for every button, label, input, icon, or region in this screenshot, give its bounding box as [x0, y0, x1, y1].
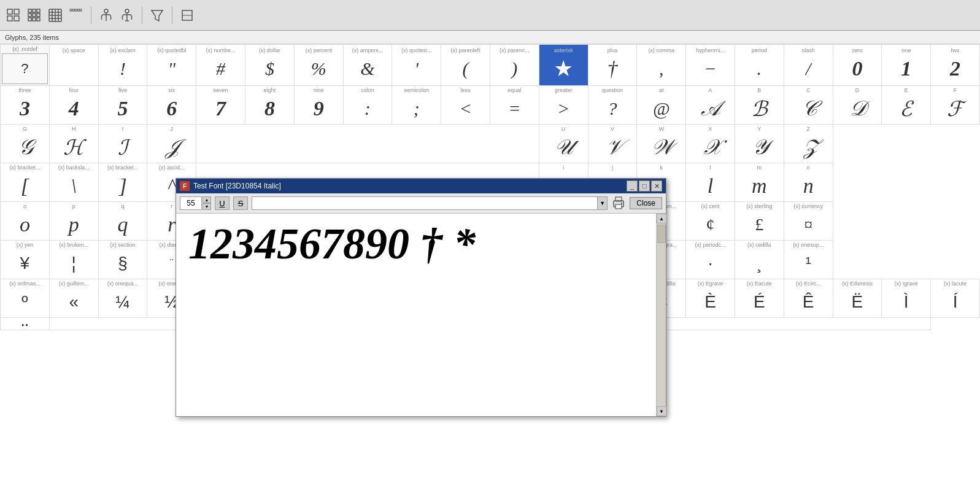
- text-input-field[interactable]: [252, 196, 598, 210]
- dialog-close-button[interactable]: ✕: [651, 180, 662, 192]
- glyph-cell[interactable]: (x) lacute Í: [931, 279, 980, 318]
- glyph-cell[interactable]: (x) space: [49, 45, 98, 86]
- dialog-titlebar[interactable]: F Test Font [23D10854 Italic] _ □ ✕: [176, 179, 666, 193]
- glyph-cell[interactable]: (x) quotedbl ": [147, 45, 196, 86]
- glyph-cell[interactable]: question ?: [588, 86, 637, 125]
- glyph-cell-asterisk[interactable]: asterisk ★: [539, 45, 588, 86]
- glyph-cell[interactable]: (x) percent %: [294, 45, 343, 86]
- glyph-cell[interactable]: o o: [1, 202, 50, 241]
- glyph-cell[interactable]: (x) Egrave È: [686, 279, 735, 318]
- glyph-cell[interactable]: F ℱ: [931, 86, 980, 125]
- glyph-cell[interactable]: (x) Eacute É: [735, 279, 784, 318]
- glyph-cell[interactable]: (x) currency ¤: [784, 202, 833, 241]
- glyph-cell[interactable]: H ℋ: [49, 125, 98, 163]
- glyph-cell[interactable]: B ℬ: [735, 86, 784, 125]
- scrollbar-down-button[interactable]: ▼: [657, 406, 666, 416]
- glyph-cell[interactable]: zero 0: [833, 45, 882, 86]
- glyph-cell[interactable]: (x) .notdef ?: [1, 45, 50, 86]
- glyph-cell[interactable]: (x) broken... ¦: [49, 241, 98, 279]
- toolbar-square-icon[interactable]: [179, 7, 196, 24]
- print-button[interactable]: [611, 196, 626, 211]
- close-button[interactable]: Close: [630, 197, 662, 209]
- spinner-down-button[interactable]: ▼: [203, 203, 211, 210]
- glyph-cell[interactable]: [196, 125, 539, 163]
- scrollbar-up-button[interactable]: ▲: [657, 214, 666, 223]
- glyph-cell[interactable]: (x) ampers... &: [343, 45, 392, 86]
- strikethrough-button[interactable]: S: [233, 196, 248, 210]
- glyph-cell[interactable]: X 𝒳: [686, 125, 735, 163]
- glyph-cell[interactable]: (x) periodc... ·: [686, 241, 735, 279]
- glyph-cell[interactable]: G 𝒢: [1, 125, 50, 163]
- glyph-cell[interactable]: D 𝒟: [833, 86, 882, 125]
- dialog-maximize-button[interactable]: □: [639, 180, 650, 192]
- glyph-cell[interactable]: (x) parenri... ): [490, 45, 539, 86]
- glyph-cell[interactable]: J 𝒥: [147, 125, 196, 163]
- glyph-cell[interactable]: q q: [98, 202, 147, 241]
- dialog-minimize-button[interactable]: _: [627, 180, 638, 192]
- glyph-cell[interactable]: E ℰ: [882, 86, 931, 125]
- glyph-cell[interactable]: (x) Edieresis Ë: [833, 279, 882, 318]
- glyph-cell[interactable]: eight 8: [245, 86, 294, 125]
- glyph-cell[interactable]: (x) bracket... ]: [98, 163, 147, 202]
- glyph-cell[interactable]: equal =: [490, 86, 539, 125]
- glyph-cell[interactable]: seven 7: [196, 86, 245, 125]
- glyph-cell[interactable]: (x) exclam !: [98, 45, 147, 86]
- toolbar-filter-icon[interactable]: [149, 7, 166, 24]
- glyph-cell[interactable]: six 6: [147, 86, 196, 125]
- glyph-cell[interactable]: greater >: [539, 86, 588, 125]
- glyph-cell[interactable]: hyphenmi... −: [686, 45, 735, 86]
- glyph-cell[interactable]: Z 𝒵: [784, 125, 833, 163]
- glyph-cell[interactable]: less <: [441, 86, 490, 125]
- glyph-cell[interactable]: A 𝒜: [686, 86, 735, 125]
- glyph-cell[interactable]: V 𝒱: [588, 125, 637, 163]
- glyph-cell[interactable]: five 5: [98, 86, 147, 125]
- glyph-cell[interactable]: three 3: [1, 86, 50, 125]
- glyph-cell[interactable]: nine 9: [294, 86, 343, 125]
- glyph-cell[interactable]: (x) parenleft (: [441, 45, 490, 86]
- scrollbar-track[interactable]: [657, 223, 666, 406]
- scrollbar-thumb[interactable]: [657, 225, 666, 243]
- glyph-cell[interactable]: l l: [686, 163, 735, 202]
- glyph-cell[interactable]: (x) Igrave Ì: [882, 279, 931, 318]
- glyph-cell[interactable]: (x) bracket... [: [1, 163, 50, 202]
- spinner-up-button[interactable]: ▲: [203, 196, 211, 203]
- glyph-cell[interactable]: (x) cedilla ¸: [735, 241, 784, 279]
- glyph-cell[interactable]: (x) ordmas... º: [1, 279, 50, 318]
- glyph-cell[interactable]: (x) quotesi... ': [392, 45, 441, 86]
- glyph-cell[interactable]: C 𝒞: [784, 86, 833, 125]
- glyph-cell[interactable]: (x) comma ,: [637, 45, 686, 86]
- glyph-cell[interactable]: one 1: [882, 45, 931, 86]
- glyph-cell[interactable]: (x) section §: [98, 241, 147, 279]
- glyph-cell[interactable]: (x) dollar $: [245, 45, 294, 86]
- text-input-dropdown-arrow[interactable]: ▼: [598, 196, 608, 210]
- font-size-input[interactable]: [180, 196, 202, 210]
- glyph-cell[interactable]: colon :: [343, 86, 392, 125]
- glyph-cell[interactable]: p p: [49, 202, 98, 241]
- toolbar-icon-grid2[interactable]: [26, 7, 43, 24]
- toolbar-icon-grid1[interactable]: [5, 7, 22, 24]
- toolbar-anchor-icon[interactable]: [98, 7, 115, 24]
- glyph-cell[interactable]: two 2: [931, 45, 980, 86]
- glyph-cell[interactable]: four 4: [49, 86, 98, 125]
- glyph-cell[interactable]: semicolon ;: [392, 86, 441, 125]
- glyph-cell[interactable]: U 𝒰: [539, 125, 588, 163]
- glyph-cell[interactable]: • •: [1, 318, 50, 330]
- glyph-cell[interactable]: Y 𝒴: [735, 125, 784, 163]
- glyph-cell[interactable]: (x) numbe... #: [196, 45, 245, 86]
- glyph-cell[interactable]: I ℐ: [98, 125, 147, 163]
- glyph-cell[interactable]: plus †: [588, 45, 637, 86]
- glyph-cell[interactable]: W 𝒲: [637, 125, 686, 163]
- glyph-cell[interactable]: (x) Ecirc... Ê: [784, 279, 833, 318]
- glyph-cell[interactable]: (x) sterling £: [735, 202, 784, 241]
- glyph-cell[interactable]: at @: [637, 86, 686, 125]
- glyph-cell[interactable]: (x) cent ¢: [686, 202, 735, 241]
- glyph-cell[interactable]: (x) backsla... \: [49, 163, 98, 202]
- toolbar-icon-grid3[interactable]: [47, 7, 64, 24]
- glyph-cell[interactable]: (x) yen ¥: [1, 241, 50, 279]
- toolbar-icon-grid4[interactable]: [68, 7, 85, 24]
- glyph-cell[interactable]: (x) guillem... «: [49, 279, 98, 318]
- toolbar-anchor2-icon[interactable]: [118, 7, 136, 24]
- underline-button[interactable]: U: [215, 196, 230, 210]
- glyph-cell[interactable]: n n: [784, 163, 833, 202]
- preview-scrollbar[interactable]: ▲ ▼: [656, 214, 666, 416]
